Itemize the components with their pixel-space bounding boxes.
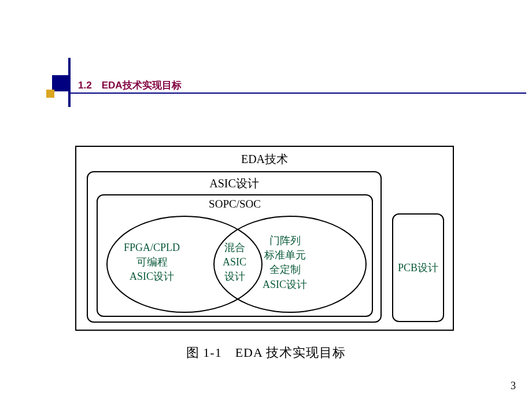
figure-caption: 图 1-1 EDA 技术实现目标	[186, 344, 346, 361]
right-line2: 标准单元	[264, 249, 306, 261]
page-number: 3	[511, 380, 516, 392]
sopc-container: SOPC/SOC FPGA/CPLD 可编程 ASIC设计 混合 ASIC 设计	[97, 194, 373, 317]
venn-diagram: FPGA/CPLD 可编程 ASIC设计 混合 ASIC 设计 门阵列 标准单元…	[104, 213, 370, 314]
right-line1: 门阵列	[269, 235, 301, 246]
section-title-text: EDA技术实现目标	[102, 80, 182, 91]
vertical-divider	[68, 58, 71, 107]
left-line1: FPGA/CPLD	[124, 242, 180, 253]
mixed-line1: 混合	[224, 242, 245, 253]
section-number: 1.2	[78, 80, 92, 91]
asic-label: ASIC设计	[209, 176, 259, 191]
mixed-line2: ASIC	[223, 256, 246, 268]
fpga-cpld-text: FPGA/CPLD 可编程 ASIC设计	[124, 241, 180, 285]
eda-diagram: EDA技术 ASIC设计 SOPC/SOC FPGA/CPLD 可编程 ASIC…	[75, 146, 454, 331]
eda-label: EDA技术	[241, 152, 288, 167]
sopc-label: SOPC/SOC	[209, 198, 261, 210]
left-line3: ASIC设计	[130, 271, 174, 282]
pcb-container: PCB设计	[392, 213, 444, 322]
gate-array-text: 门阵列 标准单元 全定制 ASIC设计	[263, 234, 307, 292]
mixed-line3: 设计	[224, 271, 245, 282]
right-line3: 全定制	[269, 264, 301, 275]
square-main-icon	[52, 75, 68, 91]
pcb-label: PCB设计	[398, 261, 438, 275]
square-accent-icon	[46, 90, 54, 98]
left-line2: 可编程	[136, 256, 168, 268]
horizontal-divider	[68, 93, 526, 94]
asic-container: ASIC设计 SOPC/SOC FPGA/CPLD 可编程 ASIC设计 混合 …	[87, 171, 382, 323]
right-line4: ASIC设计	[263, 279, 307, 290]
section-title: 1.2 EDA技术实现目标	[78, 79, 182, 92]
mixed-asic-text: 混合 ASIC 设计	[223, 241, 246, 285]
header-decoration	[46, 64, 68, 107]
